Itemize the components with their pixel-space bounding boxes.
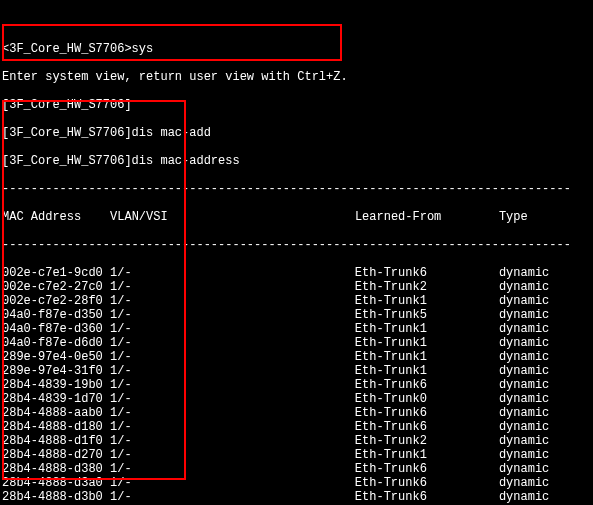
- terminal[interactable]: <3F_Core_HW_S7706>sys Enter system view,…: [0, 0, 593, 505]
- table-row: 28b4-4888-d3b0 1/- Eth-Trunk6 dynamic: [2, 490, 593, 504]
- table-row: 04a0-f87e-d350 1/- Eth-Trunk5 dynamic: [2, 308, 593, 322]
- dash-mid: ----------------------------------------…: [2, 238, 593, 252]
- prompt-cmd1: [3F_Core_HW_S7706]dis mac-add: [2, 126, 593, 140]
- table-row: 04a0-f87e-d6d0 1/- Eth-Trunk1 dynamic: [2, 336, 593, 350]
- table-row: 002e-c7e2-28f0 1/- Eth-Trunk1 dynamic: [2, 294, 593, 308]
- table-row: 28b4-4839-1d70 1/- Eth-Trunk0 dynamic: [2, 392, 593, 406]
- table-row: 289e-97e4-31f0 1/- Eth-Trunk1 dynamic: [2, 364, 593, 378]
- enter-system-msg: Enter system view, return user view with…: [2, 70, 593, 84]
- table-header: MAC Address VLAN/VSI Learned-From Type: [2, 210, 593, 224]
- prompt-empty: [3F_Core_HW_S7706]: [2, 98, 593, 112]
- table-row: 28b4-4839-19b0 1/- Eth-Trunk6 dynamic: [2, 378, 593, 392]
- table-row: 28b4-4888-d180 1/- Eth-Trunk6 dynamic: [2, 420, 593, 434]
- table-rows: 002e-c7e1-9cd0 1/- Eth-Trunk6 dynamic002…: [2, 266, 593, 505]
- table-row: 28b4-4888-d1f0 1/- Eth-Trunk2 dynamic: [2, 434, 593, 448]
- table-row: 28b4-4888-d380 1/- Eth-Trunk6 dynamic: [2, 462, 593, 476]
- table-row: 002e-c7e1-9cd0 1/- Eth-Trunk6 dynamic: [2, 266, 593, 280]
- hdr-type: Type: [499, 210, 528, 224]
- hdr-learned: Learned-From: [355, 210, 441, 224]
- partial-line: [2, 14, 593, 28]
- prompt-sys: <3F_Core_HW_S7706>sys: [2, 42, 593, 56]
- table-row: 04a0-f87e-d360 1/- Eth-Trunk1 dynamic: [2, 322, 593, 336]
- hdr-mac: MAC Address: [2, 210, 81, 224]
- table-row: 28b4-4888-d3a0 1/- Eth-Trunk6 dynamic: [2, 476, 593, 490]
- hdr-vlan: VLAN/VSI: [110, 210, 168, 224]
- dash-top: ----------------------------------------…: [2, 182, 593, 196]
- table-row: 002e-c7e2-27c0 1/- Eth-Trunk2 dynamic: [2, 280, 593, 294]
- table-row: 28b4-4888-d270 1/- Eth-Trunk1 dynamic: [2, 448, 593, 462]
- table-row: 28b4-4888-aab0 1/- Eth-Trunk6 dynamic: [2, 406, 593, 420]
- table-row: 289e-97e4-0e50 1/- Eth-Trunk1 dynamic: [2, 350, 593, 364]
- prompt-cmd2: [3F_Core_HW_S7706]dis mac-address: [2, 154, 593, 168]
